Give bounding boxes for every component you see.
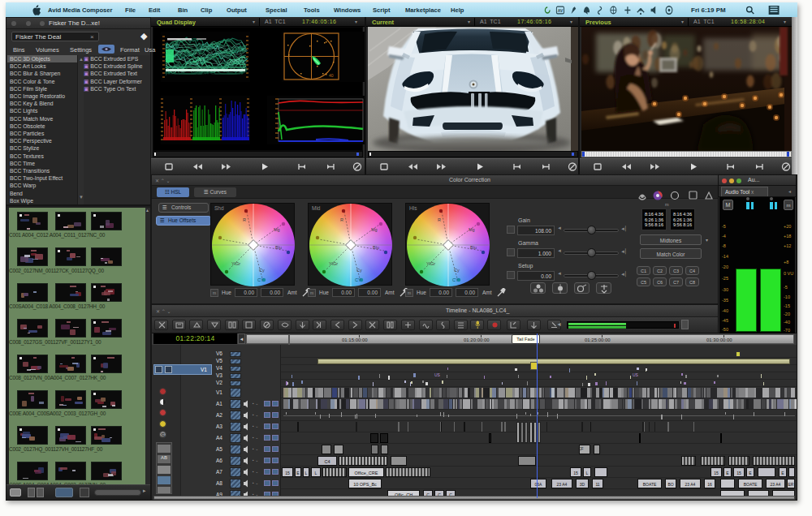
svg-text:AV: AV [558, 8, 564, 14]
svg-text:CY: CY [452, 277, 459, 282]
svg-text:R: R [340, 217, 343, 222]
svg-text:Mg: Mg [469, 227, 475, 232]
svg-text:R: R [438, 217, 441, 222]
svg-text:Cy: Cy [454, 268, 460, 273]
svg-text:Cy: Cy [356, 268, 362, 273]
svg-text:Cy: Cy [259, 268, 265, 273]
svg-text:Blu: Blu [373, 245, 379, 250]
svg-text:YlGr: YlGr [426, 261, 435, 266]
svg-text:CY: CY [355, 277, 361, 282]
svg-text:Mg: Mg [274, 227, 280, 232]
svg-text:CY: CY [257, 277, 264, 282]
svg-text:Blu: Blu [275, 245, 282, 250]
svg-text:40: 40 [329, 73, 334, 78]
svg-text:Mg: Mg [371, 227, 378, 232]
svg-text:Blu: Blu [470, 245, 477, 250]
svg-text:R: R [243, 217, 246, 222]
svg-text:YlGr: YlGr [231, 261, 240, 266]
svg-text:YlGr: YlGr [329, 261, 338, 266]
